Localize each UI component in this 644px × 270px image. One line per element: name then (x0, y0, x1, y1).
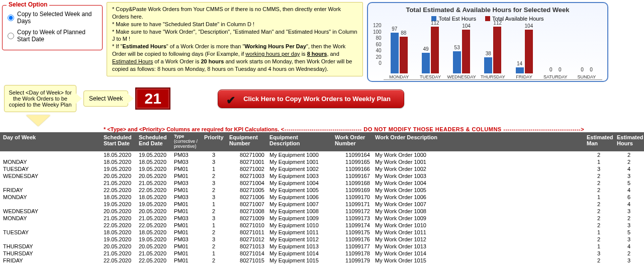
table-row[interactable]: THURSDAY20.05.202020.05.2020PM0128027101… (0, 243, 644, 250)
select-week-label: Select Week (83, 91, 128, 107)
th-type: Type(corrective / preventive) (171, 132, 201, 151)
select-option-title: Select Option (7, 1, 49, 8)
table-row[interactable]: 19.05.202019.05.2020PM03380271012My Equi… (0, 236, 644, 243)
table-row[interactable]: MONDAY18.05.202018.05.2020PM03380271006M… (0, 194, 644, 201)
check-icon: ✔ (226, 94, 235, 107)
chart-legend: Total Est Hours Total Available Hours (373, 16, 602, 22)
chart-bars: 9788MONDAY49112TUESDAY53104WEDNESDAY3811… (384, 23, 602, 80)
instructions-box: * Copy&Paste Work Orders from Your CMMS … (107, 2, 363, 76)
instruction-line: * Make sure to have "Work Order", "Descr… (112, 28, 357, 43)
th-wo-desc: Work Order Description (372, 132, 584, 151)
do-not-modify-notice: <------------------------------------- D… (224, 126, 641, 132)
th-end-date: Scheduled End Date (136, 132, 171, 151)
table-row[interactable]: 18.05.202019.05.2020PM03380271000My Equi… (0, 151, 644, 158)
instruction-line: * Copy&Paste Work Orders from Your CMMS … (112, 6, 357, 21)
th-wo-number: Work Order Number (332, 132, 372, 151)
hours-chart: Total Estimated & Available Hours for Se… (367, 2, 608, 82)
copy-button-label: Click Here to Copy Work Orders to Weekly… (243, 95, 391, 103)
kpi-notice: * <Type> and <Priority> Columns are requ… (3, 126, 224, 132)
th-priority: Priority (201, 132, 226, 151)
instruction-line: * Make sure to have "Scheduled Start Dat… (112, 21, 357, 28)
option-copy-planned-start[interactable]: Copy to Week of Planned Start Date (8, 27, 97, 45)
table-row[interactable]: FRIDAY22.05.202022.05.2020PM01280271015M… (0, 257, 644, 264)
chart-title: Total Estimated & Available Hours for Se… (373, 6, 602, 14)
work-orders-table: Day of Week Scheduled Start Date Schedul… (0, 132, 644, 264)
table-row[interactable]: 21.05.202021.05.2020PM03380271004My Equi… (0, 179, 644, 187)
table-row[interactable]: THURSDAY21.05.202021.05.2020PM0118027101… (0, 250, 644, 257)
table-header: Day of Week Scheduled Start Date Schedul… (0, 132, 644, 151)
select-option-group: Select Option Copy to Selected Week and … (2, 5, 103, 50)
table-row[interactable]: WEDNESDAY20.05.202020.05.2020PM012802710… (0, 172, 644, 179)
table-row[interactable]: WEDNESDAY20.05.202020.05.2020PM012802710… (0, 208, 644, 215)
arrow-down-icon (3, 115, 73, 126)
radio-selected-week[interactable] (8, 15, 14, 21)
select-day-hint: Select <Day of Week> for the Work Orders… (4, 85, 76, 112)
table-row[interactable]: FRIDAY22.05.202022.05.2020PM01280271005M… (0, 187, 644, 194)
th-eq-number: Equipment Number (226, 132, 266, 151)
table-row[interactable]: 22.05.202022.05.2020PM01180271010My Equi… (0, 222, 644, 229)
option-copy-selected-week[interactable]: Copy to Selected Week and Days (8, 9, 97, 27)
table-row[interactable]: MONDAY18.05.202018.05.2020PM03380271001M… (0, 158, 644, 165)
option-label: Copy to Selected Week and Days (17, 11, 97, 25)
table-row[interactable]: TUESDAY18.05.202018.05.2020PM01280271011… (0, 229, 644, 236)
instruction-line: * If "Estimated Hours" of a Work Order i… (112, 43, 357, 72)
chart-y-axis: 120100806040200 (373, 23, 382, 73)
th-est-man: Estimated Man (584, 132, 614, 151)
option-label: Copy to Week of Planned Start Date (17, 29, 97, 43)
table-body: 18.05.202019.05.2020PM03380271000My Equi… (0, 151, 644, 264)
table-row[interactable]: MONDAY21.05.202021.05.2020PM03380271009M… (0, 215, 644, 222)
th-day: Day of Week (0, 132, 101, 151)
th-est-hours: Estimated Hours (614, 132, 644, 151)
radio-planned-start[interactable] (8, 33, 14, 39)
th-start-date: Scheduled Start Date (101, 132, 136, 151)
table-row[interactable]: TUESDAY19.05.202019.05.2020PM01180271002… (0, 165, 644, 172)
copy-work-orders-button[interactable]: ✔ Click Here to Copy Work Orders to Week… (218, 89, 404, 108)
week-number-input[interactable]: 21 (135, 87, 170, 110)
table-row[interactable]: 19.05.202019.05.2020PM01180271007My Equi… (0, 201, 644, 208)
th-eq-desc: Equipment Description (266, 132, 332, 151)
